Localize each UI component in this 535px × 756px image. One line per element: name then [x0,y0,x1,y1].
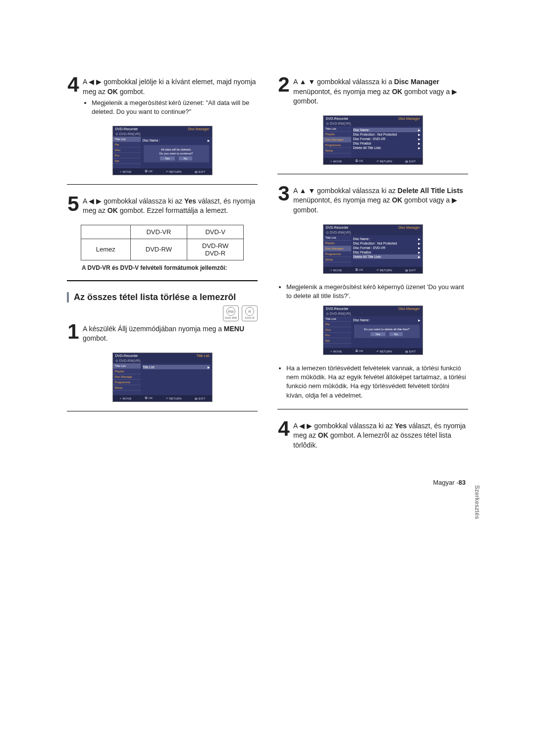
disc-icons: RWDVD-RW RDVD-R [67,305,258,321]
side-pla: Pla [113,142,141,148]
side-dm: Disc Manage [113,374,141,380]
disc-rw-icon: RWDVD-RW [223,305,239,321]
right-step-2: 2 A ▲ ▼ gombokkal válassza ki a Disc Man… [277,74,468,106]
osd-confirm-delete: DVD-RecorderDisc Manager ⊙ DVD-RW(VR) Ti… [112,126,213,175]
step-text: A ▲ ▼ gombokkal válassza ki a Disc Manag… [293,77,468,106]
left-step-1: 1 A készülék Állj üzemmódjában nyomja me… [67,321,258,344]
page-number: Magyar -83 [0,479,466,486]
osd-confirm-delete-all: DVD-RecorderDisc Manager ⊙ DVD-RW(VR) Ti… [323,305,423,355]
section-heading: Az összes tétel lista törlése a lemezrôl [67,292,258,302]
disc-r-icon: RDVD-R [242,305,258,321]
side-pro: Pro [113,153,141,158]
side-pla: Pla [323,322,351,327]
bullet: Ha a lemezen törlésvédett felvételek van… [286,364,468,400]
side-disc: Disc [323,327,351,333]
step-number: 2 [277,74,290,95]
step-number: 4 [67,74,80,95]
step-text: A ◀ ▶ gombokkal válassza ki az Yes válas… [293,421,468,451]
step-text: A készülék Állj üzemmódjában nyomja meg … [83,324,258,344]
step-text: A ▲ ▼ gombokkal válassza ki az Delete Al… [293,186,468,215]
osd-title-list: DVD-RecorderTitle List ⊙ DVD-RW(VR) Titl… [112,353,213,402]
step-number: 3 [277,183,290,204]
osd-delete-all: DVD-RecorderDisc Manager ⊙ DVD-RW(VR) Ti… [323,224,423,274]
side-tab: Szerkesztés [474,485,481,506]
step-text: A ◀ ▶ gombokkal válassza ki az Yes válas… [83,197,258,216]
bullet: Megjelenik a megerôsítést kérô képernyô … [286,283,468,301]
step-number: 4 [277,418,290,439]
step-text: A ◀ ▶ gombokkal jelölje ki a kívánt elem… [83,77,258,117]
bullet: Megjelenik a megerôsítést kérô üzenet: "… [92,99,258,116]
right-step-4: 4 A ◀ ▶ gombokkal válassza ki az Yes vál… [277,418,468,451]
step-number: 1 [67,321,80,342]
format-table: DVD-VRDVD-V LemezDVD-RWDVD-RWDVD-R [81,225,244,260]
table-caption: A DVD-VR és DVD-V felvételi formátumok j… [82,264,258,271]
osd-disc-manager: DVD-RecorderDisc Manager ⊙ DVD-RW(VR) Ti… [323,115,423,165]
right-column: 2 A ▲ ▼ gombokkal válassza ki a Disc Man… [277,74,468,459]
left-step-5: 5 A ◀ ▶ gombokkal válassza ki az Yes vál… [67,194,258,216]
right-step-3: 3 A ▲ ▼ gombokkal válassza ki az Delete … [277,183,468,215]
left-column: 4 A ◀ ▶ gombokkal jelölje ki a kívánt el… [67,74,258,459]
left-step-4: 4 A ◀ ▶ gombokkal jelölje ki a kívánt el… [67,74,258,117]
step-number: 5 [67,194,80,214]
side-disc: Disc [113,148,141,153]
side-pro: Pro [323,333,351,338]
